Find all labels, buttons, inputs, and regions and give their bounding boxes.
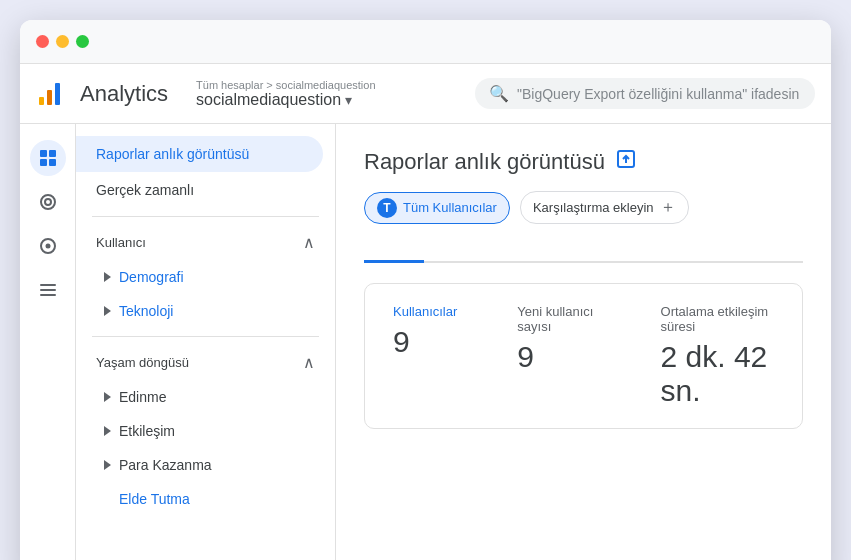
- stat-block-new-users: Yeni kullanıcı sayısı 9: [517, 304, 600, 408]
- titlebar: [20, 20, 831, 64]
- stat-value-users: 9: [393, 325, 457, 359]
- stat-value-new-users: 9: [517, 340, 600, 374]
- svg-rect-5: [40, 159, 47, 166]
- search-text: "BigQuery Export özelliğini kullanma" if…: [517, 86, 799, 102]
- sidebar: Raporlar anlık görüntüsü Gerçek zamanlı …: [76, 124, 336, 560]
- header: Analytics Tüm hesaplar > socialmediaques…: [20, 64, 831, 124]
- tab-bar: [364, 244, 803, 263]
- sidebar-section-yasam[interactable]: Yaşam döngüsü ∧: [76, 345, 335, 380]
- analytics-logo: [36, 80, 64, 108]
- svg-rect-2: [55, 83, 60, 105]
- chevron-up-icon: ∧: [303, 233, 315, 252]
- svg-rect-6: [49, 159, 56, 166]
- triangle-icon: [104, 392, 111, 402]
- stat-label-avg-engagement: Ortalama etkileşim süresi: [661, 304, 774, 334]
- sidebar-item-para-kazanma[interactable]: Para Kazanma: [76, 448, 335, 482]
- sidebar-divider-1: [92, 216, 319, 217]
- svg-point-10: [45, 244, 50, 249]
- svg-point-7: [41, 195, 55, 209]
- compare-chip[interactable]: Karşılaştırma ekleyin ＋: [520, 191, 689, 224]
- close-button[interactable]: [36, 35, 49, 48]
- sidebar-divider-2: [92, 336, 319, 337]
- svg-rect-13: [40, 294, 56, 296]
- tab-overview[interactable]: [364, 244, 424, 263]
- export-icon[interactable]: [615, 148, 637, 175]
- stat-block-avg-engagement: Ortalama etkileşim süresi 2 dk. 42 sn.: [661, 304, 774, 408]
- rail-icon-explore[interactable]: [30, 184, 66, 220]
- triangle-icon: [104, 306, 111, 316]
- plus-icon: ＋: [660, 197, 676, 218]
- search-icon: 🔍: [489, 84, 509, 103]
- sidebar-item-etkilesim[interactable]: Etkileşim: [76, 414, 335, 448]
- icon-rail: [20, 124, 76, 560]
- filter-row: T Tüm Kullanıcılar Karşılaştırma ekleyin…: [364, 191, 803, 224]
- sidebar-item-realtime[interactable]: Gerçek zamanlı: [76, 172, 335, 208]
- chip-t-icon: T: [377, 198, 397, 218]
- sidebar-item-demografi[interactable]: Demografi: [76, 260, 335, 294]
- triangle-icon: [104, 460, 111, 470]
- minimize-button[interactable]: [56, 35, 69, 48]
- svg-rect-11: [40, 284, 56, 286]
- sidebar-item-edinme[interactable]: Edinme: [76, 380, 335, 414]
- svg-rect-12: [40, 289, 56, 291]
- svg-rect-1: [47, 90, 52, 105]
- triangle-icon: [104, 426, 111, 436]
- rail-icon-advertising[interactable]: [30, 228, 66, 264]
- sidebar-item-elde-tutma[interactable]: Elde Tutma: [76, 482, 335, 516]
- stat-block-users: Kullanıcılar 9: [393, 304, 457, 408]
- stat-value-avg-engagement: 2 dk. 42 sn.: [661, 340, 774, 408]
- svg-rect-0: [39, 97, 44, 105]
- search-bar[interactable]: 🔍 "BigQuery Export özelliğini kullanma" …: [475, 78, 815, 109]
- breadcrumb-current[interactable]: socialmediaquestion ▾: [196, 91, 375, 109]
- sidebar-section-kullanici[interactable]: Kullanıcı ∧: [76, 225, 335, 260]
- all-users-chip[interactable]: T Tüm Kullanıcılar: [364, 192, 510, 224]
- app-title: Analytics: [80, 81, 168, 107]
- rail-icon-admin[interactable]: [30, 272, 66, 308]
- traffic-lights: [36, 35, 89, 48]
- sidebar-item-teknoloji[interactable]: Teknoloji: [76, 294, 335, 328]
- stats-card: Kullanıcılar 9 Yeni kullanıcı sayısı 9 O…: [364, 283, 803, 429]
- svg-point-8: [45, 199, 51, 205]
- rail-icon-reports[interactable]: [30, 140, 66, 176]
- breadcrumb: Tüm hesaplar > socialmediaquestion socia…: [196, 79, 375, 109]
- stat-label-new-users: Yeni kullanıcı sayısı: [517, 304, 600, 334]
- page-title-row: Raporlar anlık görüntüsü: [364, 148, 803, 175]
- breadcrumb-top: Tüm hesaplar > socialmediaquestion: [196, 79, 375, 91]
- svg-rect-3: [40, 150, 47, 157]
- stat-label-users: Kullanıcılar: [393, 304, 457, 319]
- chevron-up-icon-2: ∧: [303, 353, 315, 372]
- svg-rect-4: [49, 150, 56, 157]
- chevron-down-icon: ▾: [345, 92, 352, 108]
- app-window: Analytics Tüm hesaplar > socialmediaques…: [20, 20, 831, 560]
- sidebar-item-reports-snapshot[interactable]: Raporlar anlık görüntüsü: [76, 136, 323, 172]
- maximize-button[interactable]: [76, 35, 89, 48]
- main-content: Raporlar anlık görüntüsü T Tüm Kullanıcı…: [336, 124, 831, 560]
- triangle-icon: [104, 272, 111, 282]
- body-layout: Raporlar anlık görüntüsü Gerçek zamanlı …: [20, 124, 831, 560]
- page-title: Raporlar anlık görüntüsü: [364, 149, 605, 175]
